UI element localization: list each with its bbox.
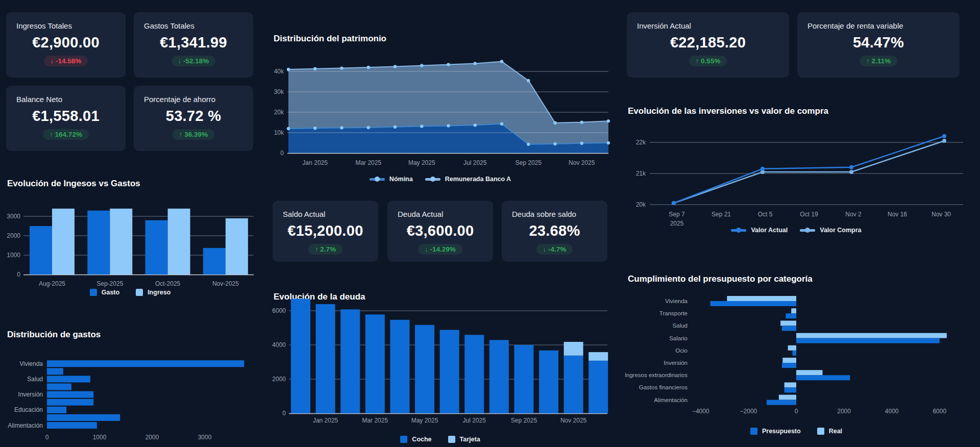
kpi-value: €1,341.99	[144, 34, 243, 51]
kpi-value: €2,900.00	[16, 34, 115, 51]
remunerada-line-swatch	[425, 178, 440, 181]
svg-text:22k: 22k	[636, 139, 646, 146]
gasto-swatch	[90, 289, 97, 296]
legend-item-valor-actual[interactable]: Valor Actual	[731, 227, 788, 234]
kpi-delta-badge: ↑ 2.7%	[308, 244, 342, 255]
kpi-value: €22,185.20	[637, 34, 779, 51]
valor-compra-line-swatch	[800, 229, 815, 232]
svg-text:Nov 2025: Nov 2025	[560, 417, 587, 424]
legend-deuda: Coche Tarjeta	[271, 436, 610, 443]
svg-text:2000: 2000	[837, 408, 851, 415]
legend-item-presupuesto[interactable]: Presupuesto	[750, 428, 801, 435]
legend-item-gasto[interactable]: Gasto	[90, 289, 119, 296]
kpi-value: €3,600.00	[398, 222, 483, 239]
legend-label: Remunerada Banco A	[445, 176, 511, 183]
legend-item-coche[interactable]: Coche	[400, 436, 431, 443]
kpi-card-renta-variable: Porcentaje de renta variable 54.47% ↑ 2.…	[797, 12, 960, 78]
svg-text:Inversión: Inversión	[664, 360, 688, 366]
ingresos-gastos-bar-chart[interactable]: 0100020003000Aug-2025Sep-2025Oct-2025Nov…	[5, 205, 255, 292]
svg-text:May 2025: May 2025	[408, 159, 435, 166]
real-swatch	[817, 428, 824, 435]
kpi-value: 23.68%	[512, 222, 597, 239]
legend-label: Ingreso	[148, 289, 170, 296]
kpi-value: €1,558.01	[16, 108, 115, 125]
kpi-card-saldo-actual: Saldo Actual €15,200.00 ↑ 2.7%	[273, 201, 378, 262]
patrimonio-area-chart[interactable]: 010k20k30k40kJan 2025Mar 2025May 2025Jul…	[271, 48, 610, 171]
svg-text:Sep 2025: Sep 2025	[511, 417, 537, 424]
svg-text:Sep 7: Sep 7	[669, 211, 685, 218]
nomina-dot-icon	[375, 177, 380, 182]
svg-text:Oct 5: Oct 5	[758, 211, 773, 218]
svg-text:4000: 4000	[272, 341, 286, 349]
svg-text:6000: 6000	[272, 307, 286, 314]
chart-title-presupuesto: Cumplimiento del presupuesto por categor…	[628, 274, 813, 284]
kpi-label: Ingresos Totales	[16, 21, 115, 30]
legend-label: Presupuesto	[762, 428, 801, 435]
svg-text:Nov 16: Nov 16	[888, 211, 907, 218]
svg-text:Jul 2025: Jul 2025	[463, 159, 487, 166]
svg-text:2000: 2000	[7, 232, 20, 239]
svg-text:Vivienda: Vivienda	[19, 360, 43, 367]
kpi-label: Porcentaje de ahorro	[144, 95, 243, 104]
legend-item-tarjeta[interactable]: Tarjeta	[448, 436, 480, 443]
svg-text:Ocio: Ocio	[675, 347, 688, 354]
svg-text:Mar 2025: Mar 2025	[355, 159, 381, 166]
svg-text:Gastos financieros: Gastos financieros	[639, 384, 688, 390]
svg-text:Sep-2025: Sep-2025	[96, 280, 123, 287]
svg-text:3000: 3000	[7, 213, 20, 220]
svg-text:Educación: Educación	[14, 406, 43, 413]
kpi-card-deuda-actual: Deuda Actual €3,600.00 ↓ -14.29%	[387, 201, 493, 262]
legend-inversiones: Valor Actual Valor Compra	[625, 227, 967, 234]
svg-text:Oct 19: Oct 19	[800, 211, 818, 218]
svg-text:Transporte: Transporte	[659, 310, 688, 316]
kpi-value: 53.72 %	[144, 108, 243, 125]
svg-text:Salario: Salario	[669, 335, 688, 341]
kpi-delta-badge: ↑ 164.72%	[43, 129, 89, 140]
tarjeta-swatch	[448, 436, 455, 443]
finance-dashboard: Ingresos Totales €2,900.00 ↓ -14.58% Gas…	[0, 0, 980, 447]
valor-compra-dot-icon	[805, 228, 810, 233]
svg-text:4000: 4000	[885, 408, 899, 415]
kpi-delta-badge: ↓ -4.7%	[536, 244, 573, 255]
kpi-card-porcentaje-ahorro: Porcentaje de ahorro 53.72 % ↑ 36.39%	[134, 86, 253, 151]
kpi-delta-badge: ↑ 2.11%	[860, 56, 897, 66]
remunerada-dot-icon	[430, 177, 435, 182]
svg-text:Inversión: Inversión	[18, 391, 43, 398]
svg-text:0: 0	[17, 271, 20, 278]
svg-text:10k: 10k	[274, 129, 284, 136]
distribucion-gastos-hbar-chart[interactable]: ViviendaSaludInversiónEducaciónAlimentac…	[5, 352, 255, 445]
svg-text:Jul 2025: Jul 2025	[463, 417, 486, 424]
svg-text:0: 0	[280, 150, 284, 157]
legend-item-ingreso[interactable]: Ingreso	[136, 289, 170, 296]
legend-label: Valor Actual	[751, 227, 788, 234]
svg-text:Nov 2: Nov 2	[845, 211, 862, 218]
svg-text:2000: 2000	[145, 434, 159, 441]
inversiones-line-chart[interactable]: 20k21k22kSep 7Sep 21Oct 5Oct 19Nov 2Nov …	[625, 124, 967, 229]
coche-swatch	[400, 436, 407, 443]
presupuesto-grouped-hbar-chart[interactable]: ViviendaTransporteSaludSalarioOcioInvers…	[625, 287, 967, 417]
valor-actual-dot-icon	[736, 228, 741, 233]
kpi-delta-badge: ↓ -52.18%	[172, 56, 216, 66]
chart-title-inversiones: Evolución de las inversiones vs valor de…	[628, 106, 828, 116]
svg-text:3000: 3000	[198, 434, 212, 441]
svg-text:0: 0	[795, 408, 798, 415]
kpi-card-balance-neto: Balance Neto €1,558.01 ↑ 164.72%	[6, 86, 126, 151]
deuda-stacked-bar-chart[interactable]: 0200040006000Jan 2025Mar 2025May 2025Jul…	[271, 297, 610, 426]
legend-label: Real	[829, 428, 842, 435]
legend-item-real[interactable]: Real	[817, 428, 842, 435]
svg-text:0: 0	[282, 410, 286, 417]
ingreso-swatch	[136, 289, 143, 296]
svg-text:30k: 30k	[274, 88, 284, 95]
svg-text:Vivienda: Vivienda	[665, 298, 688, 304]
kpi-value: 54.47%	[807, 34, 949, 51]
svg-text:Alimentación: Alimentación	[654, 397, 688, 403]
legend-item-valor-compra[interactable]: Valor Compra	[800, 227, 861, 234]
kpi-label: Deuda sobre saldo	[512, 210, 597, 218]
legend-label: Tarjeta	[460, 436, 480, 443]
legend-item-remunerada[interactable]: Remunerada Banco A	[425, 176, 511, 183]
svg-text:6000: 6000	[933, 408, 946, 415]
kpi-label: Gastos Totales	[144, 21, 243, 30]
legend-item-nomina[interactable]: Nómina	[370, 176, 413, 183]
svg-text:2000: 2000	[272, 376, 286, 383]
svg-text:−4000: −4000	[692, 408, 709, 415]
